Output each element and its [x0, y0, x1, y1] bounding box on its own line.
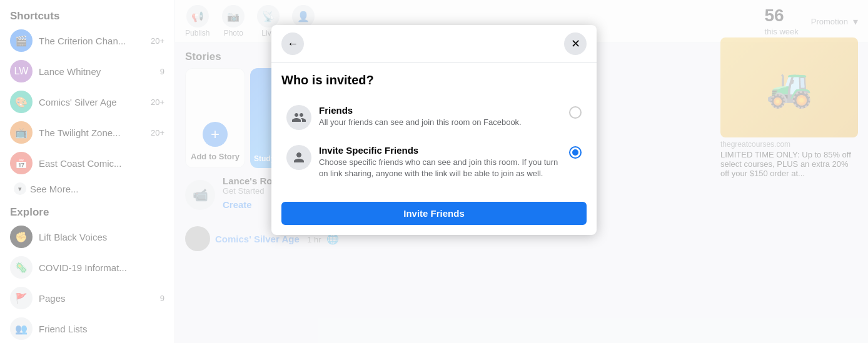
friends-option-text: Friends All your friends can see and joi… — [319, 105, 569, 128]
modal-close-button[interactable]: ✕ — [564, 32, 587, 55]
invite-modal: ← ✕ Who is invited? Friends All your fri… — [271, 25, 597, 235]
modal-footer: Invite Friends — [271, 197, 597, 235]
modal-header: ← ✕ — [271, 25, 597, 63]
specific-friends-label: Invite Specific Friends — [319, 145, 569, 156]
modal-title: Who is invited? — [271, 63, 597, 92]
friends-desc: All your friends can see and join this r… — [319, 117, 569, 128]
modal-body: Friends All your friends can see and joi… — [271, 92, 597, 197]
option-friends[interactable]: Friends All your friends can see and joi… — [281, 97, 587, 137]
friends-icon — [286, 105, 311, 130]
modal-back-button[interactable]: ← — [281, 32, 304, 55]
option-invite-specific[interactable]: Invite Specific Friends Choose specific … — [281, 137, 587, 187]
specific-friends-option-text: Invite Specific Friends Choose specific … — [319, 145, 569, 179]
friends-label: Friends — [319, 105, 569, 116]
specific-friends-icon — [286, 145, 311, 170]
friends-radio[interactable] — [569, 106, 582, 119]
specific-friends-radio[interactable] — [569, 146, 582, 159]
specific-friends-desc: Choose specific friends who can see and … — [319, 157, 569, 179]
invite-friends-button[interactable]: Invite Friends — [281, 202, 587, 225]
